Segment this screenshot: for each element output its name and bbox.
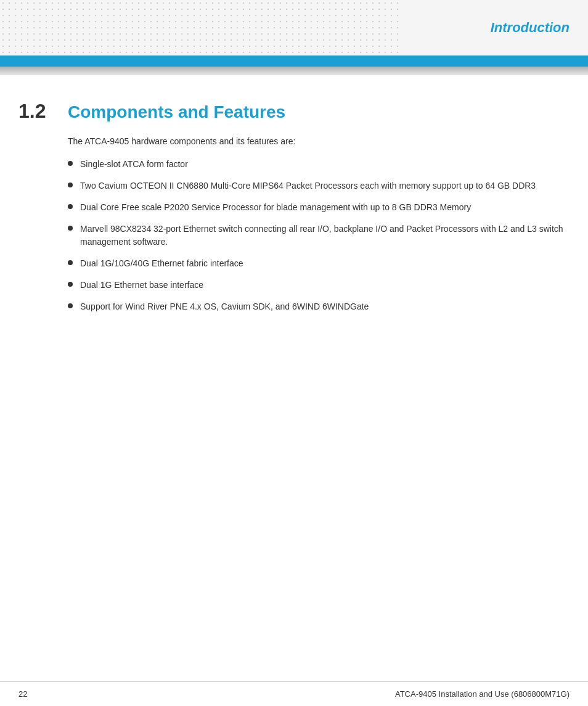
main-content: 1.2 Components and Features The ATCA-940… (0, 75, 588, 359)
list-item: Dual 1G/10G/40G Ethernet fabric interfac… (68, 257, 570, 270)
bullet-dot-icon (68, 183, 73, 187)
intro-paragraph: The ATCA-9405 hardware components and it… (68, 135, 570, 148)
bullet-text: Support for Wind River PNE 4.x OS, Caviu… (80, 300, 570, 313)
bullet-dot-icon (68, 260, 73, 265)
bullet-text: Dual 1G/10G/40G Ethernet fabric interfac… (80, 257, 570, 270)
bullet-text: Two Cavium OCTEON II CN6880 Multi-Core M… (80, 179, 570, 192)
header: Introduction (0, 0, 588, 55)
features-list: Single-slot ATCA form factorTwo Cavium O… (68, 158, 570, 313)
list-item: Support for Wind River PNE 4.x OS, Caviu… (68, 300, 570, 313)
blue-accent-bar (0, 55, 588, 67)
list-item: Single-slot ATCA form factor (68, 158, 570, 171)
section-heading: 1.2 Components and Features (18, 100, 570, 123)
section-title: Components and Features (68, 102, 285, 122)
bullet-dot-icon (68, 303, 73, 308)
list-item: Dual 1G Ethernet base interface (68, 279, 570, 292)
bullet-text: Dual 1G Ethernet base interface (80, 279, 570, 292)
list-item: Dual Core Free scale P2020 Service Proce… (68, 201, 570, 214)
bullet-text: Single-slot ATCA form factor (80, 158, 570, 171)
header-title-area: Introduction (403, 0, 588, 55)
section-content: The ATCA-9405 hardware components and it… (68, 135, 570, 313)
bullet-dot-icon (68, 204, 73, 209)
page-footer: 22 ATCA-9405 Installation and Use (68068… (0, 681, 588, 706)
list-item: Two Cavium OCTEON II CN6880 Multi-Core M… (68, 179, 570, 192)
document-title: ATCA-9405 Installation and Use (6806800M… (395, 689, 570, 699)
bullet-dot-icon (68, 161, 73, 166)
bullet-text: Marvell 98CX8234 32-port Ethernet switch… (80, 223, 570, 248)
bullet-dot-icon (68, 226, 73, 231)
bullet-dot-icon (68, 282, 73, 287)
page-number: 22 (18, 689, 27, 699)
gray-gradient-bar (0, 67, 588, 75)
list-item: Marvell 98CX8234 32-port Ethernet switch… (68, 223, 570, 248)
bullet-text: Dual Core Free scale P2020 Service Proce… (80, 201, 570, 214)
page-chapter-title: Introduction (491, 20, 570, 36)
section-number: 1.2 (18, 100, 55, 123)
